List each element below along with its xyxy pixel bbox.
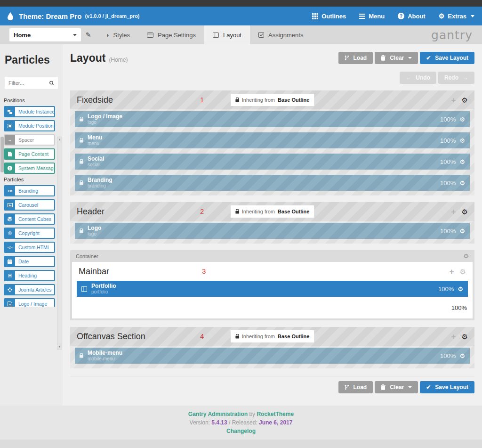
load-button[interactable]: Load — [338, 52, 373, 64]
page-content-icon — [5, 149, 15, 159]
info-icon — [5, 163, 15, 173]
particle-item-heading[interactable]: H Heading — [4, 270, 55, 281]
redo-button[interactable]: Redo → — [438, 72, 474, 84]
lock-icon — [80, 228, 83, 233]
save-layout-button[interactable]: ✔ Save Layout — [420, 381, 474, 393]
particle-item-carousel[interactable]: Carousel — [4, 199, 55, 211]
lock-icon — [235, 98, 239, 102]
particle-row-menu[interactable]: Menumenu 100%⚙ — [75, 132, 470, 148]
tab-styles[interactable]: ◑ Styles — [97, 25, 138, 44]
section-header: Offcanvas Section 4 Inheriting from Base… — [70, 327, 474, 346]
particle-row-logo-image[interactable]: Logo / Imagelogo 100%⚙ — [75, 111, 470, 127]
lock-icon — [80, 159, 83, 164]
nav-menu[interactable]: Menu — [359, 13, 385, 20]
trash-icon — [381, 55, 386, 61]
filter-box — [5, 77, 58, 89]
grid-resizer[interactable]: 100% — [72, 297, 473, 318]
sidebar-scrollbar[interactable]: ▲ ▼ — [57, 137, 62, 350]
gantry-droplet-icon — [8, 12, 13, 20]
tm-icon: TM — [5, 186, 15, 195]
particle-item-date[interactable]: Date — [4, 256, 55, 267]
group-label-particles: Particles — [4, 177, 63, 182]
tab-assignments[interactable]: Assignments — [250, 25, 312, 44]
particle-item-custom-html[interactable]: </> Custom HTML — [4, 242, 55, 253]
particle-item-spacer[interactable]: ↔ Spacer — [4, 134, 55, 146]
scroll-up-icon[interactable]: ▲ — [57, 138, 62, 141]
particle-item-logo-image[interactable]: Logo / Image — [4, 298, 55, 307]
theme-version: (v1.0.0 / jl_dream_pro) — [85, 13, 139, 19]
nav-outlines[interactable]: Outlines — [312, 13, 346, 20]
section-settings-icon[interactable]: ⚙ — [462, 333, 468, 340]
changelog-link[interactable]: Changelog — [226, 428, 256, 434]
row-settings-icon[interactable]: ⚙ — [459, 180, 465, 186]
particle-item-copyright[interactable]: © Copyright — [4, 228, 55, 239]
trash-icon — [381, 384, 386, 390]
calendar-icon — [5, 257, 15, 266]
particle-row-logo[interactable]: Logologo 100%⚙ — [75, 223, 470, 239]
nav-about[interactable]: ? About — [398, 13, 426, 20]
add-row-icon[interactable]: + — [451, 96, 456, 104]
gear-icon: ⚙ — [439, 13, 445, 19]
add-row-icon[interactable]: + — [450, 268, 454, 276]
check-icon: ✔ — [426, 55, 431, 61]
add-row-icon[interactable]: + — [451, 333, 456, 341]
rockettheme-link[interactable]: RocketTheme — [257, 411, 294, 417]
chevron-down-icon — [471, 15, 474, 17]
check-icon: ✔ — [426, 384, 431, 391]
scroll-down-icon[interactable]: ▼ — [57, 345, 62, 348]
tab-page-settings[interactable]: Page Settings — [138, 25, 204, 44]
section-fixedside: Fixedside 1 Inheriting from Base Outline… — [70, 90, 474, 195]
particle-item-page-content[interactable]: Page Content — [4, 148, 55, 160]
gantry-admin-app: Theme: Dream Pro (v1.0.0 / jl_dream_pro)… — [0, 0, 482, 448]
clear-button[interactable]: Clear — [375, 52, 418, 64]
row-settings-icon[interactable]: ⚙ — [459, 159, 465, 165]
main-header: Layout (Home) Load Clear ✔ Save Layout — [70, 44, 474, 65]
load-button[interactable]: Load — [338, 381, 373, 393]
pencil-icon[interactable]: ✎ — [86, 31, 91, 39]
section-mainbar: Mainbar 3 + ⚙ Portfollioportfolio 100%⚙ … — [72, 262, 473, 318]
release-date: June 6, 2017 — [259, 419, 292, 426]
module-instance-icon — [5, 107, 15, 116]
section-header: Header 2 Inheriting from Base Outline + … — [70, 202, 474, 221]
particle-row-mobile-menu[interactable]: Mobile-menumobile-menu 100%⚙ — [75, 348, 470, 364]
undo-button[interactable]: ← Undo — [400, 72, 436, 84]
particle-item-joomla-articles[interactable]: Joomla Articles — [4, 284, 55, 295]
particle-row-portfollio[interactable]: Portfollioportfolio 100%⚙ — [77, 281, 468, 297]
filter-input[interactable] — [8, 80, 49, 86]
particle-item-module-position[interactable]: Module Position — [4, 120, 55, 131]
bottom-strip — [0, 440, 482, 448]
row-settings-icon[interactable]: ⚙ — [459, 228, 465, 234]
cube-icon — [5, 214, 15, 224]
row-settings-icon[interactable]: ⚙ — [459, 353, 465, 359]
admin-footer: Gantry Administration by RocketTheme Ver… — [0, 406, 482, 440]
container-settings-icon[interactable]: ⚙ — [463, 253, 469, 259]
save-layout-button[interactable]: ✔ Save Layout — [420, 52, 474, 64]
section-settings-icon[interactable]: ⚙ — [460, 268, 466, 275]
section-header-outline: Header 2 Inheriting from Base Outline + … — [70, 202, 474, 244]
particle-row-branding[interactable]: Brandingbranding 100%⚙ — [75, 175, 470, 191]
gantry-administration-link[interactable]: Gantry Administration — [188, 411, 248, 417]
lock-icon — [80, 180, 83, 185]
tab-layout[interactable]: Layout — [204, 25, 250, 44]
row-settings-icon[interactable]: ⚙ — [459, 138, 465, 144]
particle-item-system-messages[interactable]: System Messages — [4, 163, 55, 174]
row-settings-icon[interactable]: ⚙ — [458, 286, 463, 292]
arrow-left-icon: ← — [406, 74, 411, 81]
section-settings-icon[interactable]: ⚙ — [462, 208, 468, 215]
particles-list: Positions Module Instance Module Positio… — [0, 94, 63, 307]
theme-title: Theme: Dream Pro — [19, 12, 81, 20]
row-settings-icon[interactable]: ⚙ — [459, 116, 465, 122]
section-settings-icon[interactable]: ⚙ — [462, 97, 468, 104]
outline-select[interactable]: Home — [9, 28, 81, 41]
add-row-icon[interactable]: + — [451, 208, 456, 216]
particle-item-content-cubes[interactable]: Content Cubes — [4, 213, 55, 225]
particle-item-module-instance[interactable]: Module Instance — [4, 106, 55, 117]
inherit-badge: Inheriting from Base Outline — [231, 205, 314, 218]
scrollbar-thumb[interactable] — [0, 137, 4, 172]
clear-button[interactable]: Clear — [375, 381, 418, 393]
lock-icon — [80, 353, 83, 358]
page-title: Layout — [70, 52, 105, 65]
particle-item-branding[interactable]: TM Branding — [4, 185, 55, 196]
nav-extras[interactable]: ⚙ Extras — [439, 13, 474, 20]
particle-row-social[interactable]: Socialsocial 100%⚙ — [75, 154, 470, 170]
